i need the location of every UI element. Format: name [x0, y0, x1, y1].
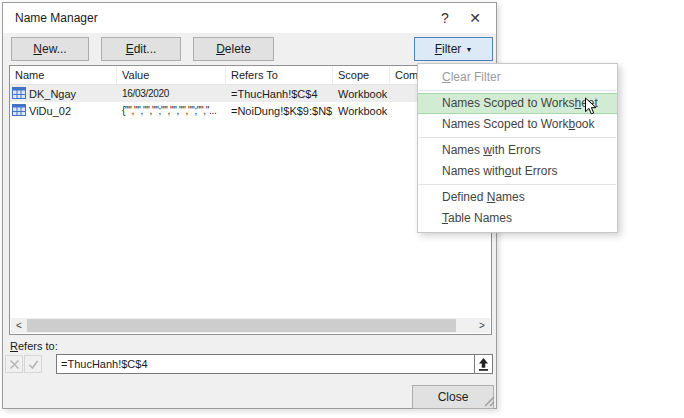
- menu-item-clear-filter[interactable]: Clear Filter: [418, 67, 617, 88]
- scroll-right-icon[interactable]: >: [474, 318, 490, 333]
- menu-separator: [419, 137, 616, 138]
- refers-to-field-wrap: [56, 354, 475, 374]
- name-cell: DK_Ngay: [29, 88, 76, 100]
- value-cell: {"","","","";"","","","";"","...: [117, 105, 226, 116]
- mouse-cursor: [584, 97, 597, 116]
- menu-item-names-without-errors[interactable]: Names without Errors: [418, 161, 617, 182]
- resize-grip[interactable]: [483, 395, 495, 407]
- defined-name-icon: [12, 87, 26, 101]
- menu-separator: [419, 184, 616, 185]
- column-header-name[interactable]: Name: [10, 66, 117, 84]
- refers-to-cell: =NoiDung!$K$9:$N$1...: [226, 105, 333, 117]
- filter-button-label: Filter: [435, 42, 462, 56]
- scope-cell: Workbook: [333, 88, 390, 100]
- scroll-left-icon[interactable]: <: [11, 318, 27, 333]
- cancel-entry-button: [5, 355, 23, 373]
- value-cell: 16/03/2020: [117, 88, 226, 99]
- x-icon: [9, 359, 20, 370]
- close-window-button[interactable]: ✕: [460, 3, 490, 33]
- refers-to-label: Refers to:: [10, 340, 58, 352]
- horizontal-scrollbar[interactable]: < >: [11, 318, 490, 333]
- menu-separator: [419, 90, 616, 91]
- filter-dropdown-menu: Clear FilterNames Scoped to WorksheetNam…: [417, 63, 618, 233]
- column-header-value[interactable]: Value: [117, 66, 226, 84]
- refers-to-cell: =ThucHanh!$C$4: [226, 88, 333, 100]
- check-icon: [28, 359, 39, 370]
- delete-button[interactable]: Delete: [193, 37, 274, 61]
- menu-item-names-scoped-to-workbook[interactable]: Names Scoped to Workbook: [418, 114, 617, 135]
- name-cell: ViDu_02: [29, 105, 71, 117]
- menu-item-table-names[interactable]: Table Names: [418, 208, 617, 229]
- confirm-entry-button: [24, 355, 42, 373]
- filter-button[interactable]: Filter▼: [414, 37, 493, 61]
- scrollbar-thumb[interactable]: [27, 319, 456, 332]
- dialog-title: Name Manager: [15, 11, 98, 25]
- close-button[interactable]: Close: [412, 385, 494, 409]
- edit-button[interactable]: Edit...: [101, 37, 181, 61]
- menu-item-names-with-errors[interactable]: Names with Errors: [418, 140, 617, 161]
- collapse-dialog-icon: [478, 358, 489, 371]
- menu-item-defined-names[interactable]: Defined Names: [418, 187, 617, 208]
- help-button[interactable]: ?: [430, 3, 460, 33]
- column-header-refers-to[interactable]: Refers To: [226, 66, 333, 84]
- refers-to-input[interactable]: [57, 355, 474, 373]
- new-button[interactable]: New...: [11, 37, 89, 61]
- dialog-titlebar[interactable]: Name Manager ? ✕: [3, 3, 496, 33]
- collapse-dialog-button[interactable]: [474, 354, 493, 374]
- dropdown-arrow-icon: ▼: [465, 46, 472, 53]
- defined-name-icon: [12, 104, 26, 118]
- column-header-scope[interactable]: Scope: [333, 66, 390, 84]
- scope-cell: Workbook: [333, 105, 390, 117]
